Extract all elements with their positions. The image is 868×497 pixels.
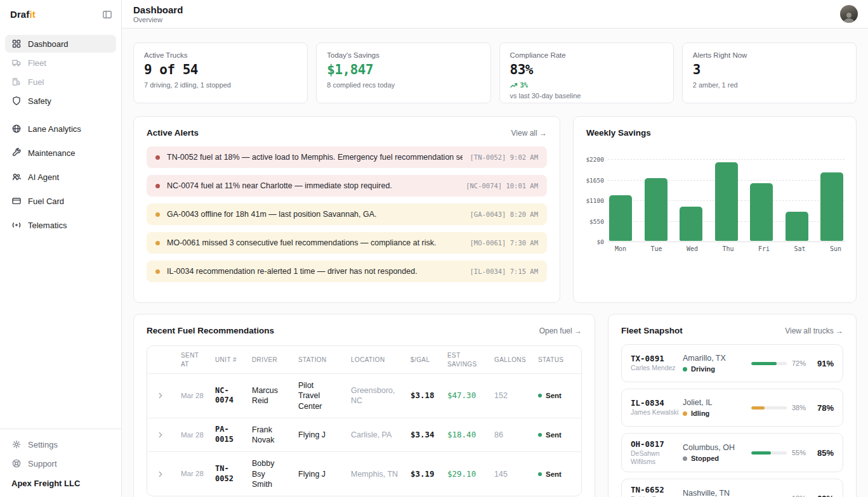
fleet-location-block: Columbus, OH Stopped	[683, 443, 751, 462]
fuel-level: 72%	[751, 359, 808, 367]
sidebar-item-label: Settings	[28, 440, 58, 449]
sidebar-item-fleet[interactable]: Fleet	[5, 54, 116, 72]
user-avatar[interactable]	[840, 5, 858, 23]
y-tick: $2200	[586, 156, 604, 163]
cell-sent-at: Mar 28	[181, 463, 215, 485]
open-fuel-link[interactable]: Open fuel →	[539, 326, 582, 335]
alert-severity-dot	[155, 241, 160, 245]
trend-value: 3%	[520, 81, 529, 89]
app-logo: Drafit	[10, 9, 36, 20]
view-all-trucks-link[interactable]: View all trucks →	[785, 326, 843, 335]
bar-tue[interactable]	[645, 178, 667, 241]
fleet-item[interactable]: IL-0834 James Kewalski Joliet, IL Idling…	[621, 389, 843, 427]
sidebar-collapse-icon[interactable]	[102, 10, 112, 20]
truck-icon	[11, 58, 22, 68]
alert-item[interactable]: MO-0061 missed 3 consecutive fuel recomm…	[147, 232, 547, 254]
stat-label: Alerts Right Now	[693, 51, 846, 59]
bar-sun[interactable]	[820, 172, 843, 241]
chevron-right-icon[interactable]	[156, 470, 181, 479]
stat-card-todays-savings: Today's Savings $1,847 8 complied recs t…	[316, 42, 490, 103]
table-row[interactable]: Mar 28 NC-0074 Marcus Reid Pilot Travel …	[147, 374, 581, 418]
chart-title: Weekly Savings	[586, 128, 651, 138]
stat-card-active-trucks: Active Trucks 9 of 54 7 driving, 2 idlin…	[133, 42, 308, 103]
chart-bars	[609, 159, 843, 241]
sidebar-item-dashboard[interactable]: Dashboard	[5, 35, 116, 53]
alert-item[interactable]: IL-0034 recommendation re-alerted 1 time…	[147, 261, 547, 282]
x-tick: Mon	[609, 245, 632, 252]
cell-sent-at: Mar 28	[181, 424, 215, 446]
bar-fri[interactable]	[750, 183, 773, 241]
dashboard-content: Active Trucks 9 of 54 7 driving, 2 idlin…	[122, 29, 868, 497]
fleet-item[interactable]: OH-0817 DeSahwn Wifilsms Columbus, OH St…	[621, 433, 843, 472]
gridline-baseline	[608, 242, 845, 242]
fleet-header: Fleet Snapshot View all trucks →	[608, 314, 856, 343]
table-row[interactable]: Mar 28 PA-0015 Frank Novak Flying J Carl…	[147, 418, 581, 453]
active-alerts-panel: Active Alerts View all → TN-0052 fuel at…	[133, 116, 560, 303]
alert-item[interactable]: NC-0074 fuel at 11% near Charlotte — imm…	[147, 175, 547, 197]
weekly-savings-panel: Weekly Savings $2200 $1650 $1100 $550 $0	[573, 116, 857, 303]
sidebar-item-label: Fuel	[28, 77, 44, 87]
alert-message: MO-0061 missed 3 consecutive fuel recomm…	[167, 238, 463, 247]
stat-trend: 3%	[510, 79, 663, 91]
weekly-savings-chart: $2200 $1650 $1100 $550 $0	[574, 145, 856, 242]
chevron-right-icon[interactable]	[156, 430, 181, 439]
fleet-unit-block: TX-0891 Carles Mendez	[631, 354, 683, 372]
sidebar-item-fuel[interactable]: Fuel	[5, 73, 116, 91]
sidebar-item-telematics[interactable]: Telematics	[5, 216, 116, 234]
logo-row: Drafit	[0, 0, 121, 29]
alert-message: TN-0052 fuel at 18% — active load to Mem…	[167, 153, 463, 162]
fleet-location: Amarillo, TX	[683, 354, 751, 363]
fleet-item[interactable]: TX-0891 Carles Mendez Amarillo, TX Drivi…	[621, 344, 843, 382]
col-unit: UNIT #	[215, 351, 252, 370]
fleet-title: Fleet Snapshot	[621, 326, 683, 335]
chevron-right-icon[interactable]	[156, 391, 181, 400]
cell-price: $3.19	[411, 463, 447, 486]
main-area: Dashboard Overview Active Trucks 9 of 54…	[122, 0, 868, 497]
header-titles: Dashboard Overview	[133, 4, 183, 23]
sidebar-item-ai-agent[interactable]: AI Agent	[5, 168, 116, 186]
logo-accent-text: it	[29, 9, 35, 20]
stat-card-compliance-rate: Compliance Rate 83% 3% vs last 30-day ba…	[499, 42, 674, 103]
fuel-bar	[751, 362, 787, 365]
x-tick: Wed	[681, 245, 704, 252]
stat-sub: 8 complied recs today	[327, 81, 480, 89]
stat-value: 83%	[510, 62, 663, 77]
bar-thu[interactable]	[715, 162, 738, 241]
alerts-view-all-link[interactable]: View all →	[511, 129, 547, 138]
sidebar-item-safety[interactable]: Safety	[5, 92, 116, 110]
bottom-row: Recent Fuel Recommendations Open fuel → …	[133, 314, 857, 497]
sidebar-item-lane-analytics[interactable]: Lane Analytics	[5, 120, 116, 138]
trending-up-icon	[510, 79, 518, 91]
alert-item[interactable]: GA-0043 offline for 18h 41m — last posit…	[147, 203, 547, 225]
table-row[interactable]: Mar 28 TN-0052 Bobby Bsy Smith Flying J …	[147, 452, 581, 496]
sidebar-item-settings[interactable]: Settings	[5, 436, 116, 453]
fuel-bar	[751, 451, 787, 455]
cell-location: Carlisle, PA	[351, 423, 411, 446]
col-station: STATION	[298, 351, 351, 370]
sidebar-item-label: Maintenance	[28, 148, 75, 158]
fleet-score: 85%	[808, 448, 834, 458]
stat-label: Compliance Rate	[510, 51, 663, 59]
cell-station: Pilot Travel Center	[298, 374, 351, 418]
sidebar-item-support[interactable]: Support	[5, 455, 116, 472]
bar-sat[interactable]	[786, 212, 808, 241]
fleet-score: 78%	[808, 403, 834, 413]
gear-icon	[11, 439, 22, 449]
fleet-unit-block: TN-6652 Robby Ray Smith	[631, 485, 683, 497]
bar-wed[interactable]	[680, 207, 702, 241]
alert-severity-dot	[155, 212, 160, 217]
sidebar-item-fuel-card[interactable]: Fuel Card	[5, 192, 116, 210]
alert-list: TN-0052 fuel at 18% — active load to Mem…	[134, 145, 560, 282]
col-location: LOCATION	[351, 351, 411, 370]
alert-item[interactable]: TN-0052 fuel at 18% — active load to Mem…	[147, 146, 547, 168]
fleet-item[interactable]: TN-6652 Robby Ray Smith Nashville, TN Dr…	[621, 479, 843, 497]
page-title: Dashboard	[133, 4, 183, 16]
sidebar-nav: Dashboard Fleet Fuel Safety Lane Analyti…	[0, 29, 121, 235]
bar-mon[interactable]	[609, 195, 632, 241]
sidebar-item-maintenance[interactable]: Maintenance	[5, 144, 116, 162]
status-dot	[538, 472, 542, 476]
fuel-bar-fill	[751, 406, 765, 410]
col-sent-at: SENT AT	[181, 346, 215, 373]
fuel-recs-table: SENT AT UNIT # DRIVER STATION LOCATION $…	[147, 345, 582, 496]
cell-unit: PA-0015	[215, 418, 252, 451]
